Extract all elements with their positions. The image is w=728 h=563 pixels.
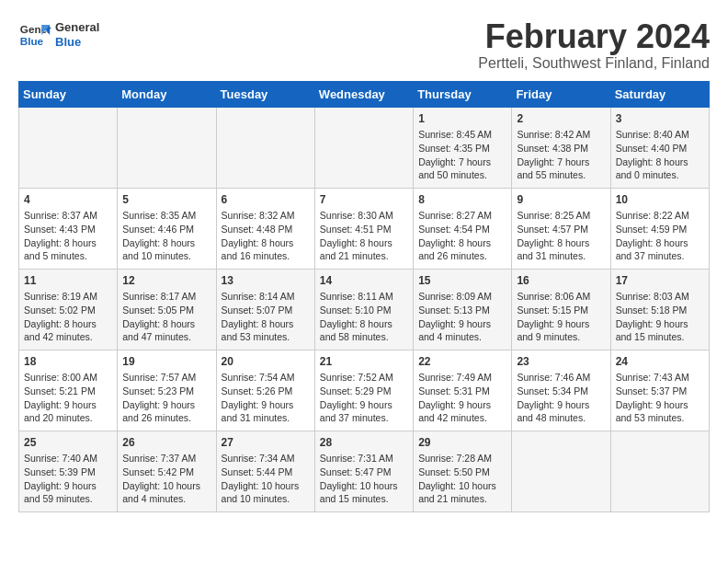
cell-content: Daylight: 9 hours [320, 398, 408, 412]
cell-content: and 26 minutes. [418, 249, 506, 263]
cell-content: Sunset: 4:48 PM [222, 223, 310, 236]
cell-content: Sunset: 5:31 PM [418, 385, 506, 398]
calendar-cell: 8Sunrise: 8:27 AMSunset: 4:54 PMDaylight… [414, 188, 512, 269]
cell-content: Sunset: 5:29 PM [320, 385, 408, 398]
svg-text:Blue: Blue [20, 35, 44, 47]
calendar-cell: 17Sunrise: 8:03 AMSunset: 5:18 PMDayligh… [610, 269, 709, 350]
title-area: February 2024 Pertteli, Southwest Finlan… [478, 18, 710, 72]
day-number: 7 [320, 192, 408, 208]
cell-content: Sunset: 5:02 PM [24, 304, 112, 317]
page-subtitle: Pertteli, Southwest Finland, Finland [478, 55, 710, 72]
cell-content: Sunset: 5:26 PM [222, 385, 310, 398]
day-number: 29 [418, 435, 506, 451]
cell-content: Sunrise: 8:32 AM [222, 209, 310, 223]
cell-content: Sunrise: 8:00 AM [24, 371, 112, 385]
cell-content: Daylight: 10 hours [122, 479, 210, 493]
calendar-cell [314, 107, 413, 188]
cell-content: Sunrise: 7:34 AM [222, 452, 310, 465]
cell-content: Sunrise: 8:06 AM [517, 290, 605, 304]
day-header-wednesday: Wednesday [314, 81, 413, 107]
cell-content: Sunrise: 8:19 AM [24, 290, 112, 304]
calendar-week-4: 18Sunrise: 8:00 AMSunset: 5:21 PMDayligh… [19, 350, 710, 431]
calendar-cell: 25Sunrise: 7:40 AMSunset: 5:39 PMDayligh… [19, 431, 118, 511]
cell-content: Daylight: 8 hours [517, 236, 605, 250]
day-number: 28 [320, 435, 408, 451]
cell-content: and 31 minutes. [517, 249, 605, 263]
cell-content: Sunrise: 8:40 AM [616, 128, 704, 142]
cell-content: and 59 minutes. [24, 492, 112, 506]
cell-content: Sunset: 5:39 PM [24, 465, 112, 479]
cell-content: and 21 minutes. [320, 249, 408, 263]
cell-content: Sunrise: 8:30 AM [320, 209, 408, 223]
cell-content: and 37 minutes. [320, 411, 408, 425]
day-header-sunday: Sunday [19, 81, 118, 107]
cell-content: and 9 minutes. [517, 330, 605, 344]
day-number: 16 [517, 273, 605, 289]
cell-content: Sunrise: 7:31 AM [320, 452, 408, 465]
cell-content: Daylight: 9 hours [616, 398, 704, 412]
cell-content: and 4 minutes. [418, 330, 506, 344]
calendar-week-5: 25Sunrise: 7:40 AMSunset: 5:39 PMDayligh… [19, 431, 710, 511]
cell-content: Daylight: 8 hours [222, 236, 310, 250]
calendar-cell: 15Sunrise: 8:09 AMSunset: 5:13 PMDayligh… [414, 269, 512, 350]
calendar-cell: 19Sunrise: 7:57 AMSunset: 5:23 PMDayligh… [118, 350, 216, 431]
cell-content: Sunset: 5:13 PM [418, 304, 506, 317]
cell-content: Sunrise: 7:40 AM [24, 452, 112, 465]
cell-content: and 5 minutes. [24, 249, 112, 263]
calendar-cell: 14Sunrise: 8:11 AMSunset: 5:10 PMDayligh… [314, 269, 413, 350]
calendar-body: 1Sunrise: 8:45 AMSunset: 4:35 PMDaylight… [19, 107, 710, 511]
calendar-cell: 5Sunrise: 8:35 AMSunset: 4:46 PMDaylight… [118, 188, 216, 269]
cell-content: Daylight: 8 hours [222, 317, 310, 331]
calendar-cell: 29Sunrise: 7:28 AMSunset: 5:50 PMDayligh… [414, 431, 512, 511]
day-number: 4 [24, 192, 112, 208]
cell-content: Sunset: 5:50 PM [418, 465, 506, 479]
cell-content: Sunset: 4:40 PM [616, 142, 704, 155]
day-number: 11 [24, 273, 112, 289]
cell-content: Sunset: 4:43 PM [24, 223, 112, 236]
day-number: 26 [122, 435, 210, 451]
day-number: 19 [122, 354, 210, 370]
page-header: General Blue General Blue February 2024 … [18, 18, 710, 72]
day-header-saturday: Saturday [610, 81, 709, 107]
cell-content: Daylight: 9 hours [517, 317, 605, 331]
cell-content: Sunset: 5:15 PM [517, 304, 605, 317]
calendar-cell: 18Sunrise: 8:00 AMSunset: 5:21 PMDayligh… [19, 350, 118, 431]
cell-content: Sunrise: 8:27 AM [418, 209, 506, 223]
cell-content: Daylight: 8 hours [122, 317, 210, 331]
calendar-cell: 10Sunrise: 8:22 AMSunset: 4:59 PMDayligh… [610, 188, 709, 269]
calendar-cell: 11Sunrise: 8:19 AMSunset: 5:02 PMDayligh… [19, 269, 118, 350]
cell-content: Sunset: 5:34 PM [517, 385, 605, 398]
cell-content: Daylight: 8 hours [122, 236, 210, 250]
calendar-cell: 6Sunrise: 8:32 AMSunset: 4:48 PMDaylight… [216, 188, 314, 269]
cell-content: Sunset: 5:23 PM [122, 385, 210, 398]
cell-content: Daylight: 8 hours [616, 236, 704, 250]
cell-content: and 15 minutes. [320, 492, 408, 506]
cell-content: Sunset: 4:59 PM [616, 223, 704, 236]
cell-content: Sunset: 5:47 PM [320, 465, 408, 479]
cell-content: Sunset: 5:21 PM [24, 385, 112, 398]
cell-content: Sunset: 5:05 PM [122, 304, 210, 317]
cell-content: Sunrise: 8:11 AM [320, 290, 408, 304]
cell-content: Sunrise: 8:03 AM [616, 290, 704, 304]
cell-content: Daylight: 9 hours [616, 317, 704, 331]
cell-content: Daylight: 7 hours [517, 155, 605, 169]
day-number: 6 [222, 192, 310, 208]
cell-content: Sunrise: 7:37 AM [122, 452, 210, 465]
cell-content: and 48 minutes. [517, 411, 605, 425]
calendar-table: SundayMondayTuesdayWednesdayThursdayFrid… [18, 81, 710, 512]
cell-content: Sunset: 4:54 PM [418, 223, 506, 236]
cell-content: and 37 minutes. [616, 249, 704, 263]
day-number: 17 [616, 273, 704, 289]
logo: General Blue General Blue [18, 18, 99, 52]
day-number: 8 [418, 192, 506, 208]
cell-content: Daylight: 8 hours [24, 236, 112, 250]
cell-content: Sunrise: 8:37 AM [24, 209, 112, 223]
cell-content: Sunrise: 7:49 AM [418, 371, 506, 385]
cell-content: Daylight: 9 hours [24, 398, 112, 412]
calendar-cell: 9Sunrise: 8:25 AMSunset: 4:57 PMDaylight… [512, 188, 610, 269]
cell-content: Daylight: 9 hours [122, 398, 210, 412]
cell-content: Daylight: 9 hours [418, 398, 506, 412]
cell-content: Sunset: 4:38 PM [517, 142, 605, 155]
cell-content: Daylight: 7 hours [418, 155, 506, 169]
calendar-cell [19, 107, 118, 188]
